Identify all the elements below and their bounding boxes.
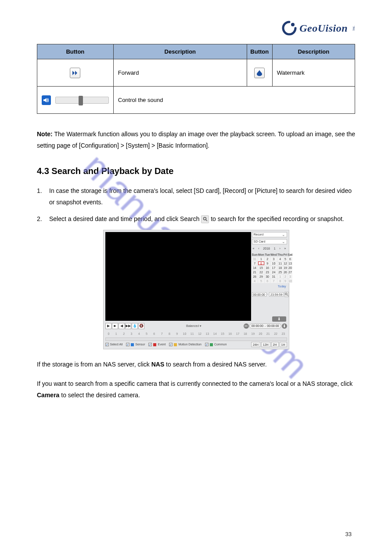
cal-next2-icon[interactable]: » xyxy=(284,246,286,252)
th-desc-2: Description xyxy=(272,44,355,59)
step-2-number: 2. xyxy=(37,214,49,225)
playback-screenshot: Record SD Card « ‹ 2018 1 › » SunMonTueW… xyxy=(103,230,289,349)
mute-button[interactable]: 🔇 xyxy=(138,323,144,329)
time-from-input[interactable]: 00:00:00 xyxy=(252,292,266,297)
cal-year: 2018 xyxy=(263,246,270,252)
step-2-text-a: Select a desired date and time period, a… xyxy=(49,215,201,222)
download-button[interactable]: ⬇ xyxy=(272,316,286,322)
brand-wordmark: GeoUision xyxy=(299,22,348,34)
calendar-today[interactable]: Today xyxy=(252,283,287,290)
watermark-desc: Watermark xyxy=(272,59,355,87)
filter-common[interactable]: ✓Common xyxy=(205,342,227,348)
search-button[interactable] xyxy=(284,292,289,297)
step-1-text: In case the storage is from the camera's… xyxy=(49,185,355,208)
cal-next-icon[interactable]: › xyxy=(279,246,280,252)
time-to-input[interactable]: 23:59:59 xyxy=(269,292,284,297)
th-desc-1: Description xyxy=(113,44,247,59)
step-2-text-b: to search for the specified recording or… xyxy=(211,215,344,222)
cal-prev2-icon[interactable]: « xyxy=(253,246,255,252)
search-icon xyxy=(201,215,209,223)
zoom-1h[interactable]: 1H xyxy=(280,342,287,347)
brand-inc: Inc. xyxy=(352,25,355,30)
calendar-header: « ‹ 2018 1 › » xyxy=(252,246,287,252)
play-button[interactable]: ▶ xyxy=(105,323,111,329)
step-1-number: 1. xyxy=(37,185,49,208)
step-1: 1. In case the storage is from the camer… xyxy=(37,185,355,208)
quality-dropdown[interactable]: Balanced xyxy=(145,323,243,329)
forward-button[interactable]: ▶▶ xyxy=(125,323,131,329)
video-area xyxy=(105,232,251,321)
svg-point-1 xyxy=(203,218,206,220)
storage-dropdown[interactable]: SD Card xyxy=(252,239,287,244)
stop-button[interactable]: ■ xyxy=(112,323,118,329)
svg-line-4 xyxy=(287,295,288,296)
cal-prev-icon[interactable]: ‹ xyxy=(258,246,259,252)
followup-1: If the storage is from an NAS server, cl… xyxy=(37,359,355,370)
page-number: 33 xyxy=(345,531,352,537)
th-button-2: Button xyxy=(247,44,272,59)
section-title: 4.3 Search and Playback by Date xyxy=(37,163,355,179)
filter-select-all[interactable]: ✓Select All xyxy=(105,342,123,348)
volume-slider xyxy=(55,97,109,104)
zoom-2h[interactable]: 2H xyxy=(271,342,279,347)
filter-sensor[interactable]: ✓Sensor xyxy=(126,342,145,348)
brand-logo-icon xyxy=(282,21,297,36)
zoom-24h[interactable]: 24H xyxy=(251,342,260,347)
step-2: 2. Select a desired date and time period… xyxy=(37,214,355,225)
side-panel: Record SD Card « ‹ 2018 1 › » SunMonTueW… xyxy=(252,232,287,297)
filter-event[interactable]: ✓Event xyxy=(148,342,165,348)
rewind-button[interactable]: ◀ xyxy=(119,323,125,329)
svg-point-0 xyxy=(291,23,295,26)
clip-save-icon[interactable]: ⬇ xyxy=(282,323,287,329)
playback-controls: ▶ ■ ◀ ▶▶ 💧 🔇 Balanced ✂ 00:00:00 - 00:00… xyxy=(105,323,287,330)
watermark-button[interactable]: 💧 xyxy=(132,323,138,329)
time-sep: - xyxy=(267,291,268,297)
controls-table: Button Description Button Description Fo… xyxy=(37,44,355,114)
note-paragraph: Note: The Watermark function allows you … xyxy=(37,129,355,152)
watermark-icon xyxy=(254,68,265,78)
note-text: The Watermark function allows you to dis… xyxy=(37,131,355,149)
zoom-12h[interactable]: 12H xyxy=(261,342,270,347)
calendar-grid: SunMonTueWedThuFriSat 31123456 789101112… xyxy=(252,253,287,283)
th-button-1: Button xyxy=(37,44,114,59)
timeline[interactable]: 01234567891011121314151617181920212223 xyxy=(105,331,287,338)
filter-motion[interactable]: ✓Motion Detection xyxy=(169,342,201,348)
volume-desc: Control the sound xyxy=(113,87,355,114)
brand-header: GeoUision Inc. xyxy=(37,19,355,37)
range-display: 00:00:00 - 00:00:00 xyxy=(249,323,281,329)
followup-2: If you want to search from a specific ca… xyxy=(37,378,355,401)
svg-point-3 xyxy=(285,293,287,295)
clip-start-icon[interactable]: ✂ xyxy=(244,323,249,329)
forward-desc: Forward xyxy=(113,59,247,87)
cal-month: 1 xyxy=(274,246,276,252)
volume-icon xyxy=(42,95,51,105)
forward-icon xyxy=(70,68,80,78)
record-dropdown[interactable]: Record xyxy=(252,232,287,237)
note-label: Note: xyxy=(37,131,53,138)
svg-line-2 xyxy=(206,220,207,221)
